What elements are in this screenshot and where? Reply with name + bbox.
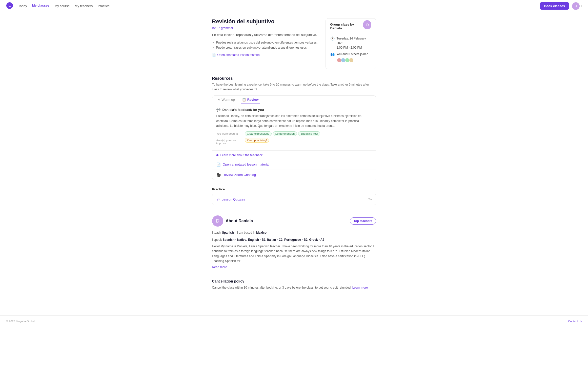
lesson-description: En esta lección, repasarás y utilizarás … [212, 32, 319, 37]
top-teachers-button[interactable]: Top teachers [350, 217, 376, 225]
good-tags: Clear expressions Comprehension Speaking… [245, 131, 320, 136]
video-icon: 🎥 [216, 173, 221, 177]
user-avatar: H [572, 2, 580, 10]
cancellation-learn-more-link[interactable]: Learn more [352, 286, 368, 289]
clock-icon: 🕐 [330, 36, 335, 41]
read-more-link[interactable]: Read more [212, 265, 227, 269]
lesson-level: B2.3 • grammar [212, 26, 319, 30]
group-class-card: Group class by Daniela D 🕐 Tuesday, 14 F… [326, 18, 376, 69]
copyright-text: © 2023 Lingoda GmbH [6, 320, 35, 323]
people-icon: 👥 [330, 52, 335, 56]
user-avatar-button[interactable]: H ▾ [572, 2, 582, 10]
open-material-action[interactable]: 📄 Open annotated lesson material [212, 159, 376, 170]
footer: © 2023 Lingoda GmbH Contact Us [0, 315, 588, 327]
joined-text: You and 3 others joined [337, 52, 369, 56]
feedback-box: 💬 Daniela's feedback for you Estimado Ha… [212, 104, 376, 151]
class-joined-row: 👥 You and 3 others joined [330, 52, 371, 63]
class-date-row: 🕐 Tuesday, 14 February 2023 1:00 PM - 2:… [330, 36, 371, 50]
teaches-value: Spanish [222, 231, 234, 234]
quiz-icon: ⇄ [216, 197, 220, 202]
warmup-icon: ☀ [217, 98, 220, 102]
review-zoom-action[interactable]: 🎥 Review Zoom Chat log [212, 170, 376, 180]
tag-speaking-flow: Speaking flow [298, 131, 320, 136]
dot-icon [216, 154, 218, 156]
improve-row: Area(s) you can improve Keep practising! [216, 138, 372, 145]
tag-comprehension: Comprehension [273, 131, 297, 136]
review-zoom-link: Review Zoom Chat log [223, 173, 256, 177]
learn-more-row[interactable]: Learn more about the feedback [212, 151, 376, 159]
quiz-row[interactable]: ⇄ Lesson Quizzes 0% [212, 194, 376, 205]
quiz-left: ⇄ Lesson Quizzes [216, 197, 245, 202]
main-content: Revisión del subjuntivo B2.3 • grammar E… [208, 12, 380, 305]
good-at-row: You were good at Clear expressions Compr… [216, 131, 372, 136]
lesson-bullet-2: Puedo crear frases en subjuntivo, atendi… [216, 45, 319, 50]
document-icon-2: 📄 [216, 163, 221, 167]
teacher-meta-teaches: I teach Spanish I am based in Mexico [212, 230, 376, 236]
teacher-picture: D [212, 215, 223, 227]
resources-tabs: ☀ Warm up 📋 Review [212, 96, 376, 104]
practice-label: Practice [212, 187, 376, 191]
feedback-icon: 💬 [216, 108, 220, 112]
quiz-name: Lesson Quizzes [222, 197, 245, 201]
mini-avatar-4 [349, 58, 354, 63]
improve-label: Area(s) you can improve [216, 138, 242, 145]
quiz-percent: 0% [368, 198, 372, 201]
lesson-header: Revisión del subjuntivo B2.3 • grammar E… [212, 18, 376, 69]
about-title: About Daniela [226, 219, 253, 223]
joined-avatars [337, 58, 369, 63]
group-class-title: Group class by Daniela [330, 23, 363, 30]
contact-us-link[interactable]: Contact Us [568, 320, 582, 323]
nav-my-classes[interactable]: My classes [32, 4, 50, 8]
about-section: D About Daniela Top teachers I teach Spa… [212, 211, 376, 269]
improve-tags: Keep practising! [245, 138, 269, 143]
about-title-row: D About Daniela [212, 215, 253, 227]
svg-text:H: H [575, 4, 577, 8]
open-material-link-top[interactable]: 📄 Open annotated lesson material [212, 53, 319, 57]
tab-warmup[interactable]: ☀ Warm up [216, 96, 236, 104]
feedback-header: 💬 Daniela's feedback for you [216, 108, 372, 112]
nav-practice[interactable]: Practice [98, 4, 110, 8]
cancellation-title: Cancellation policy [212, 279, 376, 283]
svg-text:D: D [366, 23, 369, 27]
speaks-value: Spanish - Native, English - B1, Italian … [223, 238, 325, 242]
nav-right: Book classes H ▾ [540, 2, 582, 10]
tag-keep-practising: Keep practising! [245, 138, 269, 143]
navbar: L Today My classes My course My teachers… [0, 0, 588, 12]
resources-section: Resources To have the best learning expe… [212, 76, 376, 180]
lesson-bullets: Puedes revisar algunos usos del subjunti… [216, 40, 319, 50]
about-header: D About Daniela Top teachers [212, 215, 376, 227]
learn-more-link: Learn more about the feedback [220, 153, 263, 157]
tab-review[interactable]: 📋 Review [241, 96, 260, 104]
feedback-text: Estimado Hanley, en esta clase trabajamo… [216, 114, 372, 128]
resources-description: To have the best learning experience, ta… [212, 82, 376, 92]
resources-card: ☀ Warm up 📋 Review 💬 Daniela's feedback … [212, 95, 376, 180]
logo-icon: L [6, 2, 13, 10]
based-value: Mexico [256, 231, 267, 234]
cancellation-section: Cancellation policy Cancel the class wit… [212, 275, 376, 290]
lesson-info: Revisión del subjuntivo B2.3 • grammar E… [212, 18, 319, 69]
open-material-link: Open annotated lesson material [223, 163, 269, 166]
svg-text:D: D [216, 218, 219, 224]
lesson-bullet-1: Puedes revisar algunos usos del subjunti… [216, 40, 319, 45]
teacher-avatar-card: D [363, 20, 371, 29]
good-at-label: You were good at [216, 131, 242, 135]
book-classes-button[interactable]: Book classes [540, 2, 569, 10]
nav-left: L Today My classes My course My teachers… [6, 2, 110, 10]
teacher-meta-speaks: I speak Spanish - Native, English - B1, … [212, 237, 376, 243]
chevron-down-icon: ▾ [581, 5, 582, 7]
tag-clear-expressions: Clear expressions [245, 131, 272, 136]
nav-today[interactable]: Today [18, 4, 27, 8]
review-icon: 📋 [242, 98, 246, 102]
lesson-title: Revisión del subjuntivo [212, 18, 319, 25]
practice-section: Practice ⇄ Lesson Quizzes 0% [212, 187, 376, 205]
svg-text:L: L [9, 4, 11, 8]
cancellation-text: Cancel the class within 30 minutes after… [212, 285, 376, 290]
resources-title: Resources [212, 76, 376, 81]
nav-my-teachers[interactable]: My teachers [75, 4, 93, 8]
nav-my-course[interactable]: My course [54, 4, 70, 8]
document-icon: 📄 [212, 53, 216, 57]
teacher-bio: Hello! My name is Daniela, I am a Spanis… [212, 244, 376, 264]
class-date: Tuesday, 14 February 2023 [337, 36, 371, 45]
class-time: 1:00 PM - 2:00 PM [337, 45, 371, 50]
